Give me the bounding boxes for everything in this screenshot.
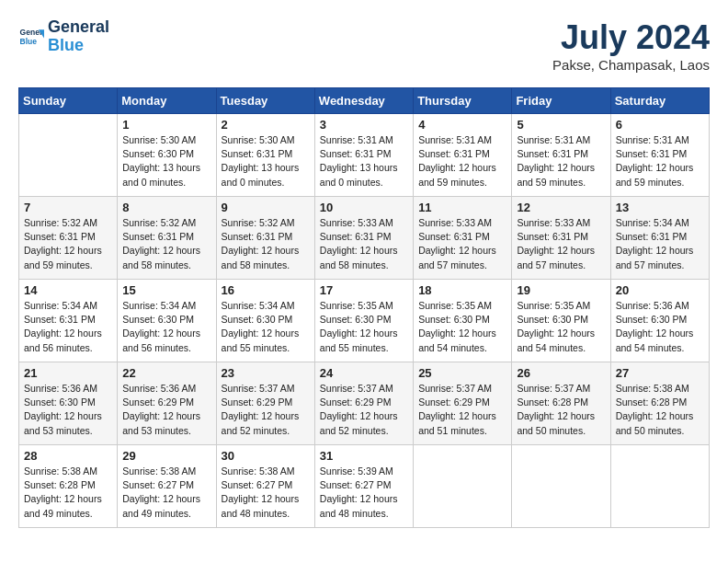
logo-text: General Blue [48, 18, 109, 55]
day-info: Sunrise: 5:32 AM Sunset: 6:31 PM Dayligh… [222, 216, 310, 272]
day-number: 27 [616, 366, 704, 380]
day-number: 14 [24, 283, 112, 297]
calendar-cell [610, 445, 709, 528]
calendar-cell: 31Sunrise: 5:39 AM Sunset: 6:27 PM Dayli… [314, 445, 413, 528]
location: Pakse, Champasak, Laos [552, 57, 710, 73]
day-info: Sunrise: 5:37 AM Sunset: 6:29 PM Dayligh… [418, 382, 506, 438]
day-number: 22 [122, 366, 210, 380]
day-number: 24 [320, 366, 408, 380]
calendar-cell: 27Sunrise: 5:38 AM Sunset: 6:28 PM Dayli… [610, 362, 709, 445]
page-header: General Blue General Blue July 2024 Paks… [18, 18, 710, 73]
day-info: Sunrise: 5:31 AM Sunset: 6:31 PM Dayligh… [418, 133, 506, 190]
calendar-header: SundayMondayTuesdayWednesdayThursdayFrid… [19, 88, 710, 114]
day-info: Sunrise: 5:39 AM Sunset: 6:27 PM Dayligh… [320, 465, 408, 521]
weekday-header: Sunday [19, 88, 118, 114]
calendar-body: 1Sunrise: 5:30 AM Sunset: 6:30 PM Daylig… [19, 114, 710, 528]
day-info: Sunrise: 5:35 AM Sunset: 6:30 PM Dayligh… [517, 299, 605, 355]
calendar-cell [19, 114, 118, 197]
day-number: 15 [122, 283, 210, 297]
day-info: Sunrise: 5:32 AM Sunset: 6:31 PM Dayligh… [122, 216, 210, 272]
calendar-week-row: 14Sunrise: 5:34 AM Sunset: 6:31 PM Dayli… [19, 280, 710, 362]
logo-icon: General Blue [18, 24, 44, 50]
calendar-cell: 13Sunrise: 5:34 AM Sunset: 6:31 PM Dayli… [610, 197, 709, 280]
day-info: Sunrise: 5:30 AM Sunset: 6:30 PM Dayligh… [122, 133, 210, 190]
day-info: Sunrise: 5:31 AM Sunset: 6:31 PM Dayligh… [320, 133, 408, 190]
day-number: 12 [517, 201, 605, 214]
calendar-cell: 21Sunrise: 5:36 AM Sunset: 6:30 PM Dayli… [19, 362, 118, 445]
day-info: Sunrise: 5:38 AM Sunset: 6:28 PM Dayligh… [24, 465, 112, 521]
calendar-cell: 12Sunrise: 5:33 AM Sunset: 6:31 PM Dayli… [512, 197, 610, 280]
day-info: Sunrise: 5:38 AM Sunset: 6:27 PM Dayligh… [122, 465, 210, 521]
day-number: 21 [24, 366, 112, 380]
calendar-cell: 17Sunrise: 5:35 AM Sunset: 6:30 PM Dayli… [314, 280, 413, 362]
day-number: 29 [122, 449, 210, 463]
day-number: 25 [418, 366, 506, 380]
day-number: 5 [517, 118, 605, 132]
day-number: 8 [122, 201, 210, 214]
day-info: Sunrise: 5:37 AM Sunset: 6:28 PM Dayligh… [517, 382, 605, 438]
calendar-cell: 30Sunrise: 5:38 AM Sunset: 6:27 PM Dayli… [216, 445, 314, 528]
calendar-cell: 9Sunrise: 5:32 AM Sunset: 6:31 PM Daylig… [216, 197, 314, 280]
calendar-cell: 19Sunrise: 5:35 AM Sunset: 6:30 PM Dayli… [512, 280, 610, 362]
weekday-header: Thursday [414, 88, 512, 114]
day-info: Sunrise: 5:34 AM Sunset: 6:31 PM Dayligh… [24, 299, 112, 355]
calendar-cell: 16Sunrise: 5:34 AM Sunset: 6:30 PM Dayli… [216, 280, 314, 362]
day-number: 18 [418, 283, 506, 297]
day-info: Sunrise: 5:34 AM Sunset: 6:31 PM Dayligh… [616, 216, 704, 272]
calendar-cell: 6Sunrise: 5:31 AM Sunset: 6:31 PM Daylig… [610, 114, 709, 197]
weekday-row: SundayMondayTuesdayWednesdayThursdayFrid… [19, 88, 710, 114]
day-number: 11 [418, 201, 506, 214]
weekday-header: Wednesday [314, 88, 413, 114]
logo: General Blue General Blue [18, 18, 109, 55]
day-info: Sunrise: 5:33 AM Sunset: 6:31 PM Dayligh… [418, 216, 506, 272]
day-number: 2 [222, 118, 310, 132]
calendar-cell: 24Sunrise: 5:37 AM Sunset: 6:29 PM Dayli… [314, 362, 413, 445]
calendar-cell: 7Sunrise: 5:32 AM Sunset: 6:31 PM Daylig… [19, 197, 118, 280]
calendar-cell: 15Sunrise: 5:34 AM Sunset: 6:30 PM Dayli… [118, 280, 216, 362]
calendar-cell: 28Sunrise: 5:38 AM Sunset: 6:28 PM Dayli… [19, 445, 118, 528]
day-number: 31 [320, 449, 408, 463]
day-info: Sunrise: 5:33 AM Sunset: 6:31 PM Dayligh… [517, 216, 605, 272]
calendar-cell: 1Sunrise: 5:30 AM Sunset: 6:30 PM Daylig… [118, 114, 216, 197]
day-number: 17 [320, 283, 408, 297]
day-info: Sunrise: 5:31 AM Sunset: 6:31 PM Dayligh… [616, 133, 704, 190]
day-number: 9 [222, 201, 310, 214]
calendar-cell: 25Sunrise: 5:37 AM Sunset: 6:29 PM Dayli… [414, 362, 512, 445]
day-number: 6 [616, 118, 704, 132]
day-info: Sunrise: 5:34 AM Sunset: 6:30 PM Dayligh… [122, 299, 210, 355]
day-info: Sunrise: 5:33 AM Sunset: 6:31 PM Dayligh… [320, 216, 408, 272]
day-info: Sunrise: 5:31 AM Sunset: 6:31 PM Dayligh… [517, 133, 605, 190]
calendar-week-row: 21Sunrise: 5:36 AM Sunset: 6:30 PM Dayli… [19, 362, 710, 445]
calendar-cell: 11Sunrise: 5:33 AM Sunset: 6:31 PM Dayli… [414, 197, 512, 280]
calendar-cell: 23Sunrise: 5:37 AM Sunset: 6:29 PM Dayli… [216, 362, 314, 445]
calendar-cell: 2Sunrise: 5:30 AM Sunset: 6:31 PM Daylig… [216, 114, 314, 197]
weekday-header: Tuesday [216, 88, 314, 114]
day-number: 3 [320, 118, 408, 132]
weekday-header: Saturday [610, 88, 709, 114]
calendar-cell: 10Sunrise: 5:33 AM Sunset: 6:31 PM Dayli… [314, 197, 413, 280]
calendar-cell: 29Sunrise: 5:38 AM Sunset: 6:27 PM Dayli… [118, 445, 216, 528]
day-number: 4 [418, 118, 506, 132]
day-info: Sunrise: 5:36 AM Sunset: 6:30 PM Dayligh… [24, 382, 112, 438]
calendar-cell [512, 445, 610, 528]
day-number: 13 [616, 201, 704, 214]
day-info: Sunrise: 5:38 AM Sunset: 6:27 PM Dayligh… [222, 465, 310, 521]
day-number: 16 [222, 283, 310, 297]
calendar-cell [414, 445, 512, 528]
day-info: Sunrise: 5:37 AM Sunset: 6:29 PM Dayligh… [222, 382, 310, 438]
day-info: Sunrise: 5:35 AM Sunset: 6:30 PM Dayligh… [418, 299, 506, 355]
day-number: 20 [616, 283, 704, 297]
day-info: Sunrise: 5:30 AM Sunset: 6:31 PM Dayligh… [222, 133, 310, 190]
weekday-header: Friday [512, 88, 610, 114]
calendar-cell: 22Sunrise: 5:36 AM Sunset: 6:29 PM Dayli… [118, 362, 216, 445]
title-block: July 2024 Pakse, Champasak, Laos [552, 18, 710, 73]
day-info: Sunrise: 5:38 AM Sunset: 6:28 PM Dayligh… [616, 382, 704, 438]
day-number: 28 [24, 449, 112, 463]
calendar-cell: 4Sunrise: 5:31 AM Sunset: 6:31 PM Daylig… [414, 114, 512, 197]
calendar-cell: 5Sunrise: 5:31 AM Sunset: 6:31 PM Daylig… [512, 114, 610, 197]
day-number: 30 [222, 449, 310, 463]
calendar-cell: 14Sunrise: 5:34 AM Sunset: 6:31 PM Dayli… [19, 280, 118, 362]
day-number: 1 [122, 118, 210, 132]
day-number: 7 [24, 201, 112, 214]
month-title: July 2024 [552, 18, 710, 57]
